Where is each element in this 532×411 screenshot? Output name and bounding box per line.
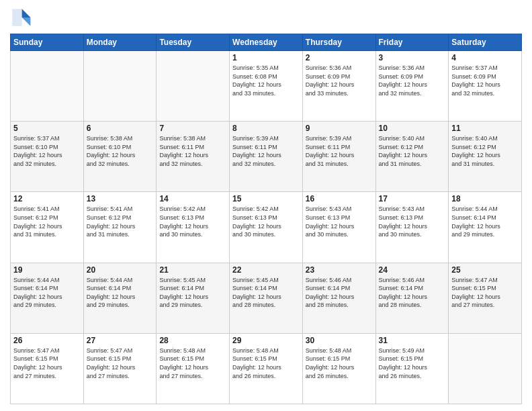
calendar-cell: 23Sunrise: 5:46 AM Sunset: 6:14 PM Dayli… [302, 263, 375, 333]
header [10, 7, 522, 28]
day-number: 18 [451, 194, 519, 203]
calendar-cell: 17Sunrise: 5:43 AM Sunset: 6:13 PM Dayli… [375, 192, 449, 263]
calendar-cell: 25Sunrise: 5:47 AM Sunset: 6:15 PM Dayli… [449, 263, 522, 333]
day-info: Sunrise: 5:43 AM Sunset: 6:13 PM Dayligh… [379, 205, 446, 238]
calendar-cell: 12Sunrise: 5:41 AM Sunset: 6:12 PM Dayli… [11, 192, 84, 263]
day-info: Sunrise: 5:40 AM Sunset: 6:12 PM Dayligh… [379, 134, 446, 168]
calendar-cell [11, 51, 84, 122]
calendar-cell: 5Sunrise: 5:37 AM Sunset: 6:10 PM Daylig… [11, 122, 84, 192]
day-info: Sunrise: 5:48 AM Sunset: 6:15 PM Dayligh… [159, 347, 226, 380]
day-info: Sunrise: 5:41 AM Sunset: 6:12 PM Dayligh… [13, 205, 81, 238]
day-info: Sunrise: 5:38 AM Sunset: 6:11 PM Dayligh… [159, 134, 226, 168]
day-number: 1 [232, 53, 300, 62]
calendar-cell [157, 51, 230, 122]
day-number: 6 [87, 124, 154, 133]
calendar-cell: 7Sunrise: 5:38 AM Sunset: 6:11 PM Daylig… [157, 122, 230, 192]
day-info: Sunrise: 5:44 AM Sunset: 6:14 PM Dayligh… [13, 276, 81, 310]
day-info: Sunrise: 5:37 AM Sunset: 6:10 PM Dayligh… [13, 134, 81, 168]
day-info: Sunrise: 5:47 AM Sunset: 6:15 PM Dayligh… [451, 276, 519, 310]
calendar-cell: 20Sunrise: 5:44 AM Sunset: 6:14 PM Dayli… [83, 263, 157, 333]
day-info: Sunrise: 5:36 AM Sunset: 6:09 PM Dayligh… [306, 64, 373, 97]
day-number: 25 [451, 265, 519, 275]
calendar-cell: 28Sunrise: 5:48 AM Sunset: 6:15 PM Dayli… [157, 333, 230, 404]
calendar-cell: 19Sunrise: 5:44 AM Sunset: 6:14 PM Dayli… [11, 263, 84, 333]
day-info: Sunrise: 5:46 AM Sunset: 6:14 PM Dayligh… [306, 276, 373, 310]
calendar-cell: 29Sunrise: 5:48 AM Sunset: 6:15 PM Dayli… [230, 333, 303, 404]
day-number: 27 [87, 336, 154, 345]
day-info: Sunrise: 5:35 AM Sunset: 6:08 PM Dayligh… [232, 64, 300, 97]
day-info: Sunrise: 5:42 AM Sunset: 6:13 PM Dayligh… [159, 205, 226, 238]
calendar-cell [83, 51, 157, 122]
day-info: Sunrise: 5:39 AM Sunset: 6:11 PM Dayligh… [306, 134, 373, 168]
day-number: 15 [232, 194, 300, 203]
calendar-cell: 16Sunrise: 5:43 AM Sunset: 6:13 PM Dayli… [302, 192, 375, 263]
calendar-cell: 10Sunrise: 5:40 AM Sunset: 6:12 PM Dayli… [375, 122, 449, 192]
calendar-cell: 31Sunrise: 5:49 AM Sunset: 6:15 PM Dayli… [375, 333, 449, 404]
calendar-cell: 30Sunrise: 5:48 AM Sunset: 6:15 PM Dayli… [302, 333, 375, 404]
logo [10, 7, 34, 28]
day-number: 3 [379, 53, 446, 62]
weekday-header-friday: Friday [375, 34, 449, 51]
day-info: Sunrise: 5:40 AM Sunset: 6:12 PM Dayligh… [451, 134, 519, 168]
day-info: Sunrise: 5:39 AM Sunset: 6:11 PM Dayligh… [232, 134, 300, 168]
calendar-cell: 22Sunrise: 5:45 AM Sunset: 6:14 PM Dayli… [230, 263, 303, 333]
day-number: 12 [13, 194, 81, 203]
day-number: 4 [451, 53, 519, 62]
week-row-2: 5Sunrise: 5:37 AM Sunset: 6:10 PM Daylig… [11, 122, 522, 192]
day-number: 9 [306, 124, 373, 133]
day-info: Sunrise: 5:44 AM Sunset: 6:14 PM Dayligh… [451, 205, 519, 238]
day-info: Sunrise: 5:47 AM Sunset: 6:15 PM Dayligh… [13, 347, 81, 380]
calendar-cell [449, 333, 522, 404]
day-info: Sunrise: 5:48 AM Sunset: 6:15 PM Dayligh… [306, 347, 373, 380]
svg-marker-1 [22, 17, 31, 26]
day-number: 24 [379, 265, 446, 275]
day-number: 29 [232, 336, 300, 345]
day-info: Sunrise: 5:36 AM Sunset: 6:09 PM Dayligh… [379, 64, 446, 97]
weekday-header-row: SundayMondayTuesdayWednesdayThursdayFrid… [11, 34, 522, 51]
calendar-cell: 13Sunrise: 5:41 AM Sunset: 6:12 PM Dayli… [83, 192, 157, 263]
day-number: 22 [232, 265, 300, 275]
day-number: 20 [87, 265, 154, 275]
day-info: Sunrise: 5:45 AM Sunset: 6:14 PM Dayligh… [232, 276, 300, 310]
calendar-cell: 6Sunrise: 5:38 AM Sunset: 6:10 PM Daylig… [83, 122, 157, 192]
day-info: Sunrise: 5:46 AM Sunset: 6:14 PM Dayligh… [379, 276, 446, 310]
day-number: 7 [159, 124, 226, 133]
calendar-table: SundayMondayTuesdayWednesdayThursdayFrid… [10, 34, 522, 404]
day-number: 8 [232, 124, 300, 133]
day-number: 19 [13, 265, 81, 275]
day-info: Sunrise: 5:45 AM Sunset: 6:14 PM Dayligh… [159, 276, 226, 310]
day-number: 11 [451, 124, 519, 133]
day-number: 14 [159, 194, 226, 203]
calendar-cell: 2Sunrise: 5:36 AM Sunset: 6:09 PM Daylig… [302, 51, 375, 122]
calendar-cell: 24Sunrise: 5:46 AM Sunset: 6:14 PM Dayli… [375, 263, 449, 333]
day-number: 28 [159, 336, 226, 345]
day-number: 16 [306, 194, 373, 203]
calendar-cell: 27Sunrise: 5:47 AM Sunset: 6:15 PM Dayli… [83, 333, 157, 404]
day-number: 21 [159, 265, 226, 275]
weekday-header-thursday: Thursday [302, 34, 375, 51]
day-info: Sunrise: 5:47 AM Sunset: 6:15 PM Dayligh… [87, 347, 154, 380]
day-info: Sunrise: 5:49 AM Sunset: 6:15 PM Dayligh… [379, 347, 446, 380]
week-row-5: 26Sunrise: 5:47 AM Sunset: 6:15 PM Dayli… [11, 333, 522, 404]
calendar-cell: 9Sunrise: 5:39 AM Sunset: 6:11 PM Daylig… [302, 122, 375, 192]
calendar-cell: 21Sunrise: 5:45 AM Sunset: 6:14 PM Dayli… [157, 263, 230, 333]
day-info: Sunrise: 5:41 AM Sunset: 6:12 PM Dayligh… [87, 205, 154, 238]
calendar-cell: 3Sunrise: 5:36 AM Sunset: 6:09 PM Daylig… [375, 51, 449, 122]
weekday-header-sunday: Sunday [11, 34, 84, 51]
day-number: 5 [13, 124, 81, 133]
weekday-header-tuesday: Tuesday [157, 34, 230, 51]
day-info: Sunrise: 5:38 AM Sunset: 6:10 PM Dayligh… [87, 134, 154, 168]
day-info: Sunrise: 5:42 AM Sunset: 6:13 PM Dayligh… [232, 205, 300, 238]
logo-icon [10, 7, 32, 28]
calendar-cell: 1Sunrise: 5:35 AM Sunset: 6:08 PM Daylig… [230, 51, 303, 122]
weekday-header-wednesday: Wednesday [230, 34, 303, 51]
calendar-cell: 14Sunrise: 5:42 AM Sunset: 6:13 PM Dayli… [157, 192, 230, 263]
day-number: 31 [379, 336, 446, 345]
calendar-cell: 15Sunrise: 5:42 AM Sunset: 6:13 PM Dayli… [230, 192, 303, 263]
weekday-header-saturday: Saturday [449, 34, 522, 51]
day-number: 10 [379, 124, 446, 133]
day-number: 17 [379, 194, 446, 203]
weekday-header-monday: Monday [83, 34, 157, 51]
day-info: Sunrise: 5:44 AM Sunset: 6:14 PM Dayligh… [87, 276, 154, 310]
day-info: Sunrise: 5:48 AM Sunset: 6:15 PM Dayligh… [232, 347, 300, 380]
